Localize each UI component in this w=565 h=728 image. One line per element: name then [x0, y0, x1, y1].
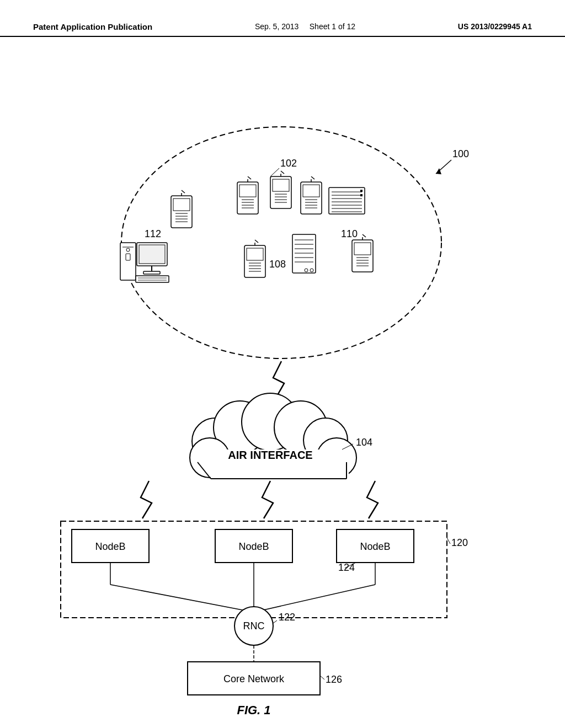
- svg-line-27: [273, 620, 277, 623]
- ue-device-1: [237, 176, 258, 214]
- svg-line-39: [248, 176, 251, 179]
- sheet-label: Sheet 1 of 12: [310, 22, 355, 31]
- ref120-label: 120: [451, 537, 468, 548]
- ref110-label: 110: [341, 228, 358, 239]
- svg-line-98: [363, 234, 366, 237]
- svg-line-81: [255, 240, 258, 243]
- ue-device-108: [244, 240, 265, 277]
- nodeb3-label: NodeB: [360, 541, 390, 552]
- nodeb2-label: NodeB: [238, 541, 269, 552]
- nodeb1-label: NodeB: [95, 541, 125, 552]
- svg-rect-66: [171, 196, 192, 228]
- ref108-label: 108: [269, 259, 286, 270]
- svg-rect-106: [143, 271, 160, 274]
- svg-rect-40: [270, 176, 291, 208]
- core-network-label: Core Network: [223, 673, 285, 684]
- ref122-label: 122: [279, 612, 295, 623]
- svg-rect-48: [301, 182, 322, 214]
- svg-rect-56: [329, 188, 365, 214]
- svg-line-31: [270, 168, 279, 176]
- svg-line-47: [281, 171, 284, 174]
- diagram-area: 100: [0, 66, 565, 673]
- svg-rect-91: [352, 240, 373, 272]
- header-center: Sep. 5, 2013 Sheet 1 of 12: [255, 22, 355, 31]
- date-label: Sep. 5, 2013: [255, 22, 299, 31]
- cloud-shape: [190, 393, 356, 480]
- patent-publication-label: Patent Application Publication: [33, 22, 152, 31]
- ue-device-3: [301, 176, 322, 214]
- svg-rect-32: [237, 182, 258, 214]
- ue-device-server: [292, 234, 316, 273]
- air-interface-label: AIR INTERFACE: [228, 449, 312, 461]
- svg-line-22: [110, 585, 254, 612]
- rnc-label: RNC: [243, 620, 265, 631]
- svg-rect-74: [244, 245, 265, 277]
- ref100-label: 100: [452, 148, 469, 159]
- ref126-label: 126: [326, 674, 342, 685]
- svg-line-25: [254, 585, 375, 612]
- svg-line-73: [182, 190, 185, 193]
- ue-device-right: [352, 234, 373, 272]
- header: Patent Application Publication Sep. 5, 2…: [0, 0, 565, 37]
- diagram-svg: 100: [0, 66, 565, 717]
- ref102-label: 102: [280, 158, 297, 169]
- svg-rect-104: [139, 245, 165, 264]
- svg-rect-107: [136, 276, 169, 282]
- figure-label: FIG. 1: [237, 703, 270, 717]
- ue-device-laptop: [329, 188, 365, 214]
- svg-line-30: [320, 676, 324, 679]
- page: Patent Application Publication Sep. 5, 2…: [0, 0, 565, 728]
- patent-number-label: US 2013/0229945 A1: [458, 22, 532, 31]
- svg-rect-65: [360, 194, 363, 196]
- ref112-label: 112: [145, 228, 161, 239]
- ue-device-left: [171, 190, 192, 228]
- ue-device-computer: [120, 243, 169, 282]
- ref104-label: 104: [356, 437, 372, 448]
- svg-line-55: [311, 176, 315, 179]
- ue-device-2: [270, 171, 291, 208]
- svg-rect-64: [360, 190, 363, 192]
